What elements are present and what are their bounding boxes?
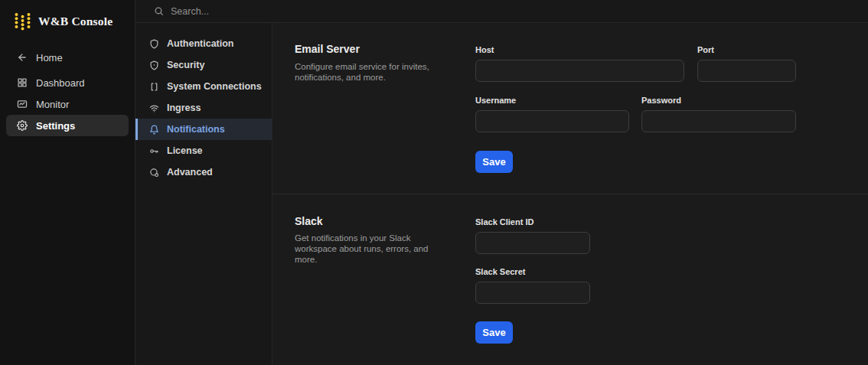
brand-title: W&B Console <box>38 15 113 28</box>
slack-client-id-field-group: Slack Client ID <box>475 217 590 254</box>
brackets-icon <box>149 82 159 92</box>
settings-nav-item-security[interactable]: Security <box>135 54 272 76</box>
bell-icon <box>149 125 159 135</box>
nav-item-label: Home <box>36 52 63 64</box>
wb-console-app: W&B Console Home Dashboard Monitor <box>0 0 868 365</box>
username-input[interactable] <box>475 110 629 132</box>
nav-item-label: Dashboard <box>36 77 85 89</box>
password-field-group: Password <box>641 96 796 132</box>
primary-sidebar: W&B Console Home Dashboard Monitor <box>0 0 135 365</box>
slack-secret-label: Slack Secret <box>475 267 590 276</box>
shield-icon <box>149 39 159 49</box>
brand: W&B Console <box>0 0 135 31</box>
wandb-logo-icon <box>14 11 31 31</box>
wifi-icon <box>149 103 159 113</box>
shield-dot-icon <box>149 60 159 70</box>
slack-secret-field-group: Slack Secret <box>475 267 590 304</box>
topbar <box>135 0 868 23</box>
settings-nav-label: Notifications <box>167 124 225 135</box>
section-description: Get notifications in your Slack workspac… <box>295 233 452 265</box>
password-input[interactable] <box>641 110 796 132</box>
port-label: Port <box>697 45 796 54</box>
host-input[interactable] <box>475 60 684 82</box>
gear-icon <box>17 120 28 131</box>
settings-nav-label: Ingress <box>167 103 201 113</box>
section-divider <box>272 194 868 194</box>
settings-nav-item-system-connections[interactable]: System Connections <box>135 76 272 97</box>
dashboard-grid-icon <box>17 77 28 88</box>
host-label: Host <box>475 45 684 54</box>
nav-item-home[interactable]: Home <box>6 47 129 68</box>
nav-item-label: Settings <box>36 120 75 132</box>
settings-nav-item-authentication[interactable]: Authentication <box>135 33 272 54</box>
settings-nav-label: System Connections <box>167 81 262 92</box>
password-label: Password <box>641 96 796 105</box>
settings-nav-label: Security <box>167 60 204 70</box>
key-icon <box>149 146 159 156</box>
settings-nav: Authentication Security System Connectio… <box>135 23 272 365</box>
port-input[interactable] <box>697 60 796 82</box>
slack-save-button[interactable]: Save <box>475 321 513 344</box>
section-title: Email Server <box>295 43 360 55</box>
slack-client-id-label: Slack Client ID <box>475 217 590 226</box>
slack-secret-input[interactable] <box>475 282 590 304</box>
settings-nav-item-notifications[interactable]: Notifications <box>135 119 272 140</box>
slack-client-id-input[interactable] <box>475 232 590 254</box>
settings-nav-item-ingress[interactable]: Ingress <box>135 97 272 119</box>
username-field-group: Username <box>475 96 629 132</box>
settings-nav-label: Advanced <box>167 167 213 178</box>
nav-item-settings[interactable]: Settings <box>6 115 129 136</box>
monitor-chart-icon <box>17 99 28 109</box>
settings-nav-label: License <box>167 145 203 156</box>
email-save-button[interactable]: Save <box>475 151 513 173</box>
settings-nav-item-advanced[interactable]: Advanced <box>135 161 272 183</box>
port-field-group: Port <box>697 45 796 82</box>
nav-item-label: Monitor <box>36 99 69 110</box>
username-label: Username <box>475 96 629 105</box>
arrow-left-icon <box>17 52 28 63</box>
nav-item-monitor[interactable]: Monitor <box>6 93 129 115</box>
advanced-circle-icon <box>149 168 159 178</box>
primary-nav: Home Dashboard Monitor Settings <box>0 47 135 136</box>
search-input[interactable] <box>171 6 354 17</box>
nav-item-dashboard[interactable]: Dashboard <box>6 72 129 93</box>
section-title: Slack <box>295 215 323 227</box>
settings-nav-label: Authentication <box>167 38 234 49</box>
search-icon <box>154 6 164 16</box>
host-field-group: Host <box>475 45 684 82</box>
settings-nav-item-license[interactable]: License <box>135 140 272 161</box>
section-description: Configure email service for invites, not… <box>295 61 440 83</box>
